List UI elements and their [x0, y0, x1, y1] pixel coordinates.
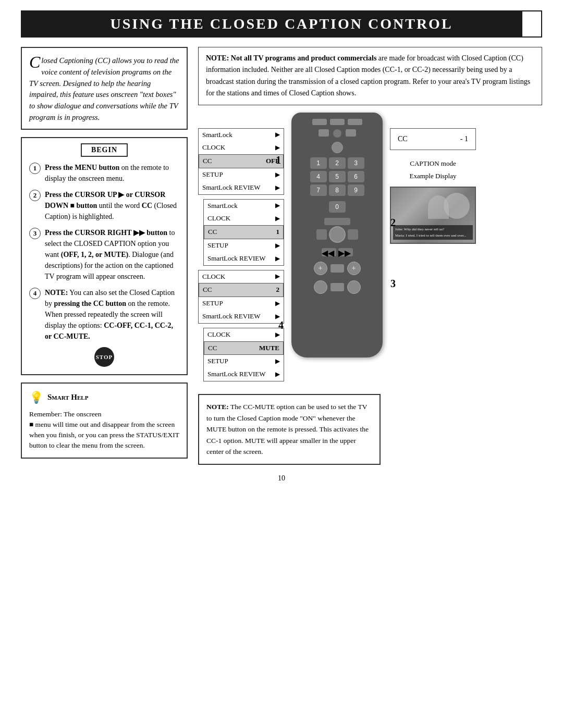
remote-btn-4[interactable]: 4	[310, 171, 327, 182]
menu-label: SETUP	[202, 169, 223, 180]
step-overlay-4: 4	[278, 319, 284, 331]
menu-label: CLOCK	[207, 329, 230, 340]
cc-val-4: - 1	[460, 135, 468, 143]
arrow-icon: ▶	[275, 130, 280, 140]
step-4-bold: NOTE:	[45, 289, 68, 297]
step-3-number: 3	[29, 228, 41, 239]
arrow-icon: ▶	[275, 183, 280, 193]
caption-overlay-text: John: Why did they never tell us?	[395, 227, 444, 231]
caption-panel-4-wrap: CC - 1	[390, 128, 476, 150]
remote-ch-down-btn[interactable]	[314, 280, 327, 294]
menu-label: SETUP	[202, 298, 223, 309]
step-3-bold: Press the CURSOR RIGHT ▶▶ button	[45, 229, 167, 237]
arrow-icon: ▶	[275, 299, 280, 309]
menu-row-clock-4: CLOCK ▶	[204, 328, 284, 341]
remote-tv-btn	[319, 129, 329, 137]
remote-control: 1 2 3 4 5 6 7 8 9 0	[291, 113, 383, 357]
remote-sound-btn[interactable]	[324, 218, 350, 225]
remote-power-row	[332, 142, 343, 153]
remote-playback-row: ◀◀ ▶▶	[322, 248, 353, 256]
menu-row-review-4: SmartLock REVIEW ▶	[204, 368, 284, 381]
remote-nav-center[interactable]	[329, 226, 346, 243]
note-bottom-text: The CC-MUTE option can be used to set th…	[206, 403, 369, 455]
smart-help-title: 💡 Smart Help	[29, 389, 179, 406]
remote-zero-row: 0	[329, 201, 346, 213]
step-4-number: 4	[29, 288, 41, 299]
step-1: 1 Press the MENU button on the remote to…	[29, 162, 179, 184]
caption-mode-text: CAPTION mode	[410, 159, 456, 168]
caption-text-overlay: John: Why did they never tell us? Maria:…	[393, 225, 473, 240]
step-1-number: 1	[29, 163, 41, 174]
remote-menu-btn[interactable]	[316, 229, 327, 240]
step-overlay-3: 3	[390, 278, 396, 290]
menu-panel-1-wrap: SmartLock ▶ CLOCK ▶ CC OFF	[198, 128, 284, 195]
menu-row-review-1: SmartLock REVIEW ▶	[199, 181, 284, 194]
caption-overlay-text-2: Maria: I tried. I tried to tell them ove…	[395, 233, 466, 238]
menu-panel-2: SmartLock ▶ CLOCK ▶ CC 1	[203, 199, 284, 266]
remote-power-btn[interactable]	[332, 142, 343, 153]
menu-label: CLOCK	[202, 272, 225, 282]
page-title: Using the Closed Caption Control	[31, 16, 532, 32]
step-2-text: Press the CURSOR UP ▶ or CURSOR DOWN ■ b…	[45, 189, 179, 222]
menu-panel-4: CLOCK ▶ CC MUTE SETUP ▶	[203, 328, 284, 381]
begin-button: BEGIN	[81, 143, 128, 157]
menu-row-setup-4: SETUP ▶	[204, 355, 284, 368]
remote-nav-area	[316, 218, 358, 243]
remote-btn-9[interactable]: 9	[348, 184, 364, 196]
arrow-icon: ▶	[275, 143, 280, 153]
menu-panel-2-wrap: SmartLock ▶ CLOCK ▶ CC 1	[203, 199, 284, 266]
arrow-icon: ▶	[275, 201, 280, 211]
remote-btn-8[interactable]: 8	[329, 184, 346, 196]
remote-ch-up-btn[interactable]	[347, 280, 361, 294]
arrow-icon: ▶	[275, 214, 280, 224]
remote-nav-row-mid	[316, 226, 358, 243]
remote-fastforward-btn[interactable]: ▶▶	[338, 248, 353, 256]
menu-panel-4-wrap: CLOCK ▶ CC MUTE SETUP ▶	[203, 328, 284, 381]
remote-btn-5[interactable]: 5	[329, 171, 346, 182]
step-3: 3 Press the CURSOR RIGHT ▶▶ button to se…	[29, 227, 179, 282]
remote-vcr-btn	[346, 129, 356, 137]
remote-btn-2[interactable]: 2	[329, 157, 346, 169]
cc-value: MUTE	[259, 343, 279, 354]
left-column: C losed Captioning (CC) allows you to re…	[21, 47, 188, 465]
arrow-icon: ▶	[275, 369, 280, 379]
step-3-text: Press the CURSOR RIGHT ▶▶ button to sele…	[45, 227, 179, 282]
remote-dot-btn	[333, 129, 341, 138]
begin-badge: BEGIN	[29, 143, 179, 157]
menu-label: SmartLock REVIEW	[207, 369, 266, 380]
menu-label: SETUP	[207, 240, 228, 251]
remote-vol-area: + +	[314, 262, 361, 275]
cc-value-row: CC - 1	[395, 133, 471, 145]
menu-panel-3-wrap: CLOCK ▶ CC 2 SETUP ▶	[198, 270, 284, 324]
step-overlay-2: 2	[390, 217, 396, 229]
menu-row-smartlock-1: SmartLock ▶	[199, 129, 284, 142]
arrow-icon: ▶	[275, 356, 280, 366]
remote-nav-right-btn[interactable]	[348, 229, 358, 240]
smart-help-box: 💡 Smart Help Remember: The onscreen ■ me…	[21, 382, 188, 459]
menu-row-cc-1: CC OFF	[199, 154, 284, 168]
tv-person-silhouette-2	[428, 195, 449, 219]
menu-panel-1: SmartLock ▶ CLOCK ▶ CC OFF	[198, 128, 284, 195]
remote-btn-7[interactable]: 7	[310, 184, 327, 196]
arrow-icon: ▶	[275, 241, 280, 251]
menu-row-cc-4: CC MUTE	[204, 341, 284, 355]
remote-btn-0[interactable]: 0	[329, 201, 346, 213]
menu-row-cc-3: CC 2	[199, 283, 284, 297]
menu-row-cc-2: CC 1	[204, 225, 284, 239]
step-4: 4 NOTE: You can also set the Closed Capt…	[29, 287, 179, 342]
remote-vol-up-btn[interactable]: +	[347, 262, 361, 275]
remote-vol-down-btn[interactable]: +	[314, 262, 327, 275]
menu-row-review-3: SmartLock REVIEW ▶	[199, 310, 284, 323]
remote-rewind-btn[interactable]: ◀◀	[322, 248, 336, 256]
page: Using the Closed Caption Control C losed…	[0, 0, 563, 728]
remote-ch-label	[331, 283, 344, 291]
menu-row-review-2: SmartLock REVIEW ▶	[204, 252, 284, 265]
step-1-bold: Press the MENU button	[45, 164, 119, 171]
remote-btn-6[interactable]: 6	[348, 171, 364, 182]
remote-btn-3[interactable]: 3	[348, 157, 364, 169]
remote-mute-btn[interactable]	[331, 264, 344, 273]
caption-panels: CC - 1 CAPTION mode Example Display	[390, 128, 476, 244]
remote-btn-1[interactable]: 1	[310, 157, 327, 169]
step-2-number: 2	[29, 190, 41, 201]
menu-panel-3: CLOCK ▶ CC 2 SETUP ▶	[198, 270, 284, 324]
